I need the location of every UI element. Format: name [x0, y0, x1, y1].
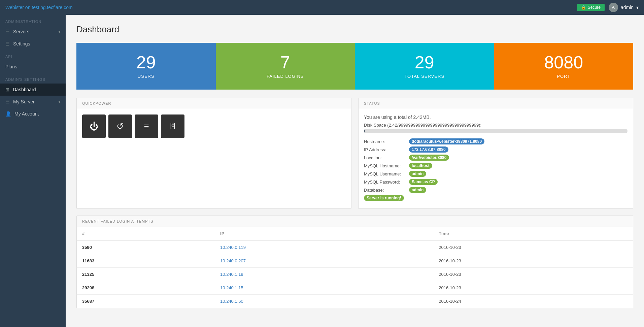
quickpower-body: ⏻ ↺ ≡ 🗄 — [77, 109, 351, 143]
mysql-username-label: MySQL Username: — [364, 171, 408, 176]
table-row: 11683 10.240.0.207 2016-10-23 — [77, 254, 633, 268]
ip-value: 172.17.68.87:8080 — [409, 146, 448, 153]
row-ip[interactable]: 10.240.0.119 — [215, 240, 433, 254]
sidebar-section-administration: ADMINISTRATION — [0, 15, 66, 26]
mysql-password-label: MySQL Password: — [364, 179, 408, 185]
disk-label: Disk Space (2.42/99999999999999999999999… — [364, 123, 628, 128]
row-id: 3590 — [77, 240, 215, 254]
sidebar-item-servers[interactable]: ☰ Servers ▾ — [0, 26, 66, 38]
status-row-running: Server is running! — [364, 195, 628, 201]
secure-label: Secure — [588, 5, 601, 10]
status-header: STATUS — [359, 98, 633, 109]
row-id: 21325 — [77, 268, 215, 281]
chevron-down-icon: ▾ — [59, 100, 60, 104]
failed-logins-count: 7 — [280, 54, 290, 71]
topbar-right: 🔒 Secure A admin ▾ — [577, 3, 639, 12]
status-row-mysql-password: MySQL Password: Same as CP — [364, 179, 628, 185]
mysql-username-value: admin — [409, 171, 426, 177]
row-ip[interactable]: 10.240.1.60 — [215, 295, 433, 308]
admin-label: admin — [621, 5, 634, 10]
table-row: 29298 10.240.1.15 2016-10-23 — [77, 281, 633, 295]
progress-bar — [364, 129, 628, 133]
brand: Webister on testing.tecflare.com — [5, 5, 73, 10]
sidebar-item-label: Settings — [13, 41, 30, 46]
row-id: 11683 — [77, 254, 215, 268]
sidebar-item-label: Plans — [5, 64, 17, 69]
table-row: 3590 10.240.0.119 2016-10-23 — [77, 240, 633, 254]
total-servers-label: TOTAL SERVERS — [404, 74, 444, 79]
quickpower-panel: QUICKPOWER ⏻ ↺ ≡ 🗄 — [76, 98, 351, 209]
row-time: 2016-10-23 — [433, 240, 633, 254]
user-icon: 👤 — [5, 111, 11, 117]
sidebar-section-api: API — [0, 50, 66, 61]
status-row-hostname: Hostname: dodiaraculus-webister-3930971.… — [364, 138, 628, 144]
status-row-mysql-hostname: MySQL Hostname: localhost — [364, 163, 628, 169]
disk-usage-text: You are using a total of 2.42MB. — [364, 115, 628, 120]
table-row: 21325 10.240.1.19 2016-10-23 — [77, 268, 633, 281]
row-time: 2016-10-23 — [433, 281, 633, 295]
database-button[interactable]: 🗄 — [161, 115, 184, 138]
mysql-hostname-value: localhost — [409, 163, 432, 169]
users-label: USERS — [138, 74, 155, 79]
progress-bar-fill — [364, 129, 365, 133]
sidebar: ADMINISTRATION ☰ Servers ▾ ☰ Settings AP… — [0, 15, 66, 327]
hostname-label: Hostname: — [364, 139, 408, 144]
sidebar-item-label: My Account — [14, 111, 39, 117]
location-value: /var/webister/8080 — [409, 155, 449, 161]
admin-menu[interactable]: A admin ▾ — [609, 3, 639, 12]
stat-card-users: 29 USERS — [76, 43, 216, 90]
sidebar-item-dashboard[interactable]: ⊞ Dashboard — [0, 84, 66, 96]
page-title: Dashboard — [76, 24, 633, 35]
table-row: 35687 10.240.1.60 2016-10-24 — [77, 295, 633, 308]
row-ip[interactable]: 10.240.1.19 — [215, 268, 433, 281]
list-icon: ☰ — [5, 29, 10, 34]
sidebar-item-myaccount[interactable]: 👤 My Account — [0, 108, 66, 120]
brand-domain: testing.tecflare.com — [32, 5, 72, 10]
status-row-mysql-username: MySQL Username: admin — [364, 171, 628, 177]
total-servers-count: 29 — [415, 54, 434, 71]
secure-badge: 🔒 Secure — [577, 4, 605, 11]
status-row-location: Location: /var/webister/8080 — [364, 155, 628, 161]
location-label: Location: — [364, 155, 408, 160]
console-button[interactable]: ≡ — [135, 115, 158, 138]
sidebar-item-settings[interactable]: ☰ Settings — [0, 38, 66, 50]
qp-buttons: ⏻ ↺ ≡ 🗄 — [82, 115, 346, 138]
database-label: Database: — [364, 188, 408, 193]
row-id: 29298 — [77, 281, 215, 295]
users-count: 29 — [136, 54, 156, 71]
server-running-badge: Server is running! — [364, 195, 404, 201]
brand-text: Webister on — [5, 5, 32, 10]
port-number: 8080 — [544, 54, 583, 71]
sidebar-item-plans[interactable]: Plans — [0, 61, 66, 73]
col-ip: IP — [215, 227, 433, 240]
status-body: You are using a total of 2.42MB. Disk Sp… — [359, 109, 633, 208]
list-icon: ☰ — [5, 41, 10, 46]
sidebar-item-label: My Server — [13, 99, 35, 104]
power-button[interactable]: ⏻ — [82, 115, 106, 138]
sidebar-item-label: Dashboard — [13, 87, 36, 92]
sidebar-item-myserver[interactable]: ☰ My Server ▾ — [0, 96, 66, 108]
status-row-database: Database: admin — [364, 187, 628, 193]
ip-label: IP Address: — [364, 147, 408, 152]
avatar: A — [609, 3, 618, 12]
database-value: admin — [409, 187, 426, 193]
row-time: 2016-10-23 — [433, 268, 633, 281]
stat-card-failed-logins: 7 FAILED LOGINS — [216, 43, 355, 90]
chevron-down-icon: ▾ — [59, 30, 60, 34]
row-ip[interactable]: 10.240.0.207 — [215, 254, 433, 268]
mysql-hostname-label: MySQL Hostname: — [364, 163, 408, 168]
failed-logins-panel: RECENT FAILED LOGIN ATTEMPTS # IP Time 3… — [76, 216, 633, 308]
mysql-password-value: Same as CP — [409, 179, 438, 185]
restart-button[interactable]: ↺ — [108, 115, 132, 138]
list-icon: ☰ — [5, 99, 10, 104]
status-panel: STATUS You are using a total of 2.42MB. … — [358, 98, 633, 209]
sidebar-section-admin-settings: ADMIN'S SETTINGS — [0, 73, 66, 84]
dashboard-icon: ⊞ — [5, 87, 9, 92]
two-col-section: QUICKPOWER ⏻ ↺ ≡ 🗄 STATUS You are using … — [76, 98, 633, 209]
failed-logins-label: FAILED LOGINS — [267, 74, 304, 79]
col-time: Time — [433, 227, 633, 240]
lock-icon: 🔒 — [581, 5, 586, 10]
quickpower-header: QUICKPOWER — [77, 98, 351, 109]
row-ip[interactable]: 10.240.1.15 — [215, 281, 433, 295]
topbar: Webister on testing.tecflare.com 🔒 Secur… — [0, 0, 644, 15]
